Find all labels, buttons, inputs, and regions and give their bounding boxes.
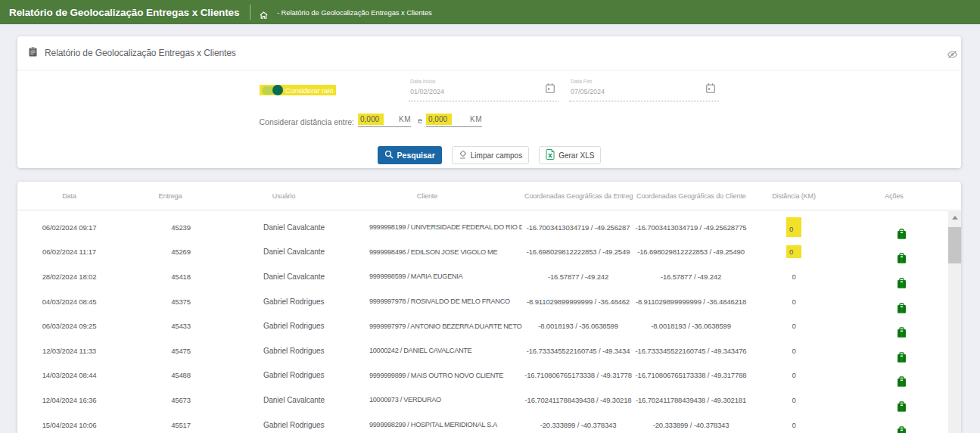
cell-entrega: 45673 [121, 388, 219, 413]
search-button[interactable]: Pesquisar [378, 146, 442, 164]
distance-from-input[interactable]: 0,000 [358, 114, 384, 125]
cell-coordenadas-entrega: -16.698029812222853 / -49.2549 [522, 240, 634, 265]
distance-to-field[interactable]: 0,000 KM [426, 111, 482, 127]
cell-usuario: Gabriel Rodrigues [219, 363, 348, 388]
cell-distancia: 0 [748, 363, 840, 388]
cell-distancia: 0 [748, 289, 840, 314]
clear-fields-button-label: Limpar campos [471, 151, 522, 160]
cell-coordenadas-cliente: -20.333899 / -40.378343 [634, 413, 748, 433]
cell-coordenadas-entrega: -16.702411788439438 / -49.30218 [522, 388, 634, 413]
cell-entrega: 45269 [121, 240, 219, 265]
luggage-icon[interactable] [897, 253, 907, 264]
cell-acoes [840, 240, 948, 265]
cell-cliente: 10000973 / VERDURAO [348, 388, 522, 413]
consider-radius-toggle[interactable]: Considerar raio [260, 85, 336, 95]
cell-acoes [840, 313, 948, 338]
cell-entrega: 45488 [121, 363, 219, 388]
table-body: 06/02/2024 09:17 45239 Daniel Cavalcante… [17, 211, 948, 433]
generate-xls-button[interactable]: Gerar XLS [539, 146, 601, 164]
luggage-icon[interactable] [897, 426, 907, 433]
column-header-7: Ações [840, 182, 948, 210]
toggle-label: Considerar raio [285, 86, 333, 95]
cell-distancia: 0 [748, 240, 840, 265]
cell-coordenadas-entrega: -20.333899 / -40.378343 [522, 413, 634, 433]
cell-entrega: 45517 [121, 413, 219, 433]
cell-coordenadas-entrega: -16.7003413034719 / -49.256287 [522, 215, 634, 240]
eraser-icon [459, 151, 467, 160]
luggage-icon[interactable] [897, 303, 907, 314]
luggage-icon[interactable] [897, 401, 907, 413]
column-header-2: Usuário [219, 182, 348, 210]
conjunction-label: e [418, 116, 422, 125]
luggage-icon[interactable] [897, 352, 907, 363]
luggage-icon[interactable] [897, 376, 907, 388]
date-end-field[interactable]: Data Fim 07/05/2024 [569, 77, 719, 101]
luggage-icon[interactable] [897, 278, 907, 289]
date-start-field[interactable]: Data Início 01/02/2024 [409, 77, 558, 101]
cell-cliente: 9999998496 / EDILSON JOSE VIGOLO ME [348, 240, 522, 265]
calendar-icon[interactable] [706, 83, 715, 96]
home-icon[interactable] [260, 8, 268, 22]
cell-usuario: Gabriel Rodrigues [219, 338, 348, 363]
cell-distancia: 0 [748, 215, 840, 240]
cell-distancia: 0 [748, 264, 840, 289]
breadcrumb[interactable]: - Relatório de Geolocalização Entregas x… [277, 8, 432, 17]
excel-icon [546, 149, 555, 161]
page-title: Relatório de Geolocalização Entregas x C… [9, 7, 239, 18]
eye-slash-icon[interactable] [947, 48, 958, 62]
cell-coordenadas-cliente: -16.702411788439438 / -49.302181 [634, 388, 748, 413]
calendar-icon[interactable] [546, 83, 555, 96]
date-start-label: Data Início [410, 77, 558, 84]
column-header-4: Coordenadas Geográficas da Entreg [522, 182, 634, 210]
cell-acoes [840, 413, 948, 433]
column-header-3: Cliente [348, 182, 522, 210]
cell-distancia: 0 [748, 388, 840, 413]
cell-acoes [840, 289, 948, 314]
cell-coordenadas-cliente: -16.733345522160745 / -49.343476 [634, 338, 748, 363]
cell-cliente: 9999997979 / ANTONIO BEZERRA DUARTE NETO [348, 313, 522, 338]
results-table-card: DataEntregaUsuárioClienteCoordenadas Geo… [17, 182, 961, 433]
scroll-up-icon[interactable] [948, 211, 961, 223]
toggle-knob[interactable] [272, 85, 283, 95]
cell-data: 12/04/2024 16:36 [17, 388, 121, 413]
date-end-value[interactable]: 07/05/2024 [571, 88, 719, 95]
cell-cliente: 10000242 / DANIEL CAVALCANTE [348, 338, 522, 363]
cell-data: 04/03/2024 08:45 [17, 289, 121, 314]
luggage-icon[interactable] [897, 229, 907, 240]
cell-cliente: 9999997978 / ROSIVALDO DE MELO FRANCO [348, 289, 522, 314]
scrollbar-thumb[interactable] [948, 227, 961, 263]
cell-usuario: Daniel Cavalcante [219, 215, 348, 240]
actions-row: Pesquisar Limpar campos Gerar XLS [17, 146, 961, 164]
luggage-icon[interactable] [897, 327, 907, 338]
date-end-label: Data Fim [571, 77, 719, 84]
cell-coordenadas-entrega: -8.0018193 / -36.0638599 [522, 313, 634, 338]
toggle-track[interactable] [262, 86, 282, 95]
column-header-5: Coordenadas Geográficas do Cliente [634, 182, 748, 210]
topbar-divider [250, 5, 250, 20]
table-row: 15/04/2024 10:06 45517 Gabriel Rodrigues… [17, 413, 948, 433]
distance-to-input[interactable]: 0,000 [426, 114, 452, 125]
cell-entrega: 45433 [121, 313, 219, 338]
cell-coordenadas-entrega: -16.733345522160745 / -49.3434 [522, 338, 634, 363]
cell-entrega: 45475 [121, 338, 219, 363]
column-header-0: Data [17, 182, 121, 210]
vertical-scrollbar[interactable] [948, 211, 961, 433]
cell-acoes [840, 388, 948, 413]
date-start-value[interactable]: 01/02/2024 [410, 88, 558, 95]
table-row: 04/03/2024 08:45 45375 Gabriel Rodrigues… [17, 289, 948, 314]
table-row: 06/02/2024 11:17 45269 Daniel Cavalcante… [17, 240, 948, 265]
search-icon [384, 150, 394, 160]
cell-usuario: Gabriel Rodrigues [219, 289, 348, 314]
cell-data: 06/03/2024 09:25 [17, 313, 121, 338]
cell-entrega: 45239 [121, 215, 219, 240]
cell-usuario: Gabriel Rodrigues [219, 313, 348, 338]
filters-card-header: Relatório de Geolocalização Entregas x C… [17, 36, 961, 70]
distance-from-field[interactable]: 0,000 KM [358, 111, 411, 127]
table-header-row: DataEntregaUsuárioClienteCoordenadas Geo… [17, 182, 961, 210]
cell-acoes [840, 215, 948, 240]
distance-label: Considerar distância entre: [260, 117, 354, 126]
cell-coordenadas-entrega: -16.710806765173338 / -49.31778 [522, 363, 634, 388]
distance-from-unit: KM [399, 115, 411, 123]
clear-fields-button[interactable]: Limpar campos [452, 146, 529, 164]
topbar: Relatório de Geolocalização Entregas x C… [0, 0, 980, 24]
